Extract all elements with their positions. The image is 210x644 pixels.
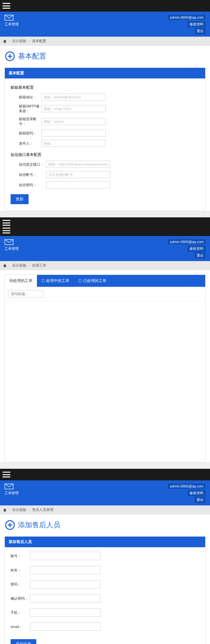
config-panel: 基本配置 邮箱基本配置 邮箱地址：邮箱SMTP服务器：邮箱登录帐号：邮箱密码：发… (4, 68, 206, 211)
form-label: email： (11, 624, 30, 629)
menu-icon[interactable] (3, 228, 10, 233)
user-email[interactable]: admin.6665@qq.com (168, 484, 206, 489)
form-input[interactable] (30, 608, 101, 617)
mail-icon (4, 15, 13, 21)
page-title: 基本配置 (18, 51, 46, 61)
breadcrumb-sep: › (29, 508, 30, 512)
logout-link[interactable]: 退出 (195, 497, 206, 503)
menu-icon[interactable] (3, 220, 10, 226)
form-input[interactable] (30, 580, 101, 588)
header: 工单管理 admin.6665@qq.com 修改资料 退出 (0, 12, 210, 37)
breadcrumb-sep: › (29, 39, 30, 43)
form-row: 手机： (11, 608, 199, 617)
breadcrumb-home[interactable]: 后台面板 (12, 263, 26, 267)
tab[interactable]: 待处理的工单 (5, 275, 37, 287)
header-right: admin.6665@qq.com 修改资料 退出 (168, 239, 206, 259)
header: 工单管理 admin.6665@qq.com 修改资料 退出 (0, 236, 210, 261)
form-row: 发件人： (11, 140, 199, 147)
profile-link[interactable]: 修改资料 (188, 21, 206, 27)
submit-button[interactable]: 提交信息 (11, 639, 36, 644)
header-right: admin.6665@qq.com 修改资料 退出 (168, 15, 206, 34)
tickets-panel: 待处理的工单☐处理中的工单☐已处理的工单 (4, 275, 206, 462)
plus-icon (5, 520, 15, 530)
breadcrumb-sep: › (29, 263, 30, 267)
tab[interactable]: ☐已处理的工单 (74, 275, 111, 287)
breadcrumb-current: 基本配置 (32, 39, 46, 43)
home-icon[interactable] (3, 40, 6, 43)
header-left: 工单管理 (4, 15, 19, 34)
document-icon: ☐ (78, 279, 82, 283)
update-button[interactable]: 更新 (11, 194, 29, 204)
form-input[interactable] (41, 118, 106, 125)
form-row: 确认密码： (11, 594, 199, 603)
form-label: 邮箱SMTP服务器： (11, 104, 41, 113)
form-input[interactable] (30, 622, 101, 631)
header-right: admin.6665@qq.com 修改资料 退出 (168, 484, 206, 503)
tickets-list-empty (5, 301, 205, 462)
logout-link[interactable]: 退出 (195, 28, 206, 34)
screen-add-staff: 工单管理 admin.6665@qq.com 修改资料 退出 › 后台面板 › … (0, 469, 210, 644)
form-label: 密码： (11, 582, 30, 587)
form-input[interactable] (41, 94, 106, 101)
tab-label: 待处理的工单 (9, 278, 32, 284)
tab[interactable]: ☐处理中的工单 (37, 275, 74, 287)
form-input[interactable] (46, 161, 110, 168)
menu-icon[interactable] (3, 3, 10, 9)
page-head: 添加售后人员 (0, 514, 210, 534)
form-input[interactable] (46, 181, 110, 188)
breadcrumb-home[interactable]: 后台面板 (12, 39, 26, 43)
app-title: 工单管理 (4, 491, 19, 495)
user-email[interactable]: admin.6665@qq.com (168, 15, 206, 20)
tab-label: 处理中的工单 (46, 278, 69, 284)
form-input[interactable] (41, 140, 106, 147)
form-input[interactable] (41, 105, 106, 112)
form-label: 邮箱密码： (11, 131, 41, 136)
app-title: 工单管理 (4, 22, 19, 27)
group-sms-title: 短信接口基本配置 (11, 152, 199, 158)
form-input[interactable] (30, 566, 101, 574)
breadcrumb-sep: › (9, 263, 10, 267)
staff-panel: 添加售后人员 账号：姓名：密码：确认密码：手机：email： 提交信息 (4, 536, 206, 644)
form-row: 邮箱地址： (11, 94, 199, 101)
profile-link[interactable]: 修改资料 (188, 490, 206, 496)
form-label: 邮箱登录帐号： (11, 117, 41, 126)
form-label: 姓名： (11, 568, 30, 573)
form-row: 短信密码： (11, 181, 199, 188)
form-row: 邮箱登录帐号： (11, 117, 199, 126)
form-label: 确认密码： (11, 596, 30, 601)
panel-header: 基本配置 (5, 68, 205, 78)
form-label: 邮箱地址： (11, 95, 41, 100)
breadcrumb: › 后台面板 › 售后人员管理 (0, 505, 210, 514)
group-email-title: 邮箱基本配置 (11, 85, 199, 90)
form-row: 姓名： (11, 566, 199, 574)
breadcrumb-home[interactable]: 后台面板 (12, 508, 26, 512)
form-input[interactable] (30, 552, 101, 560)
topbar (0, 217, 210, 236)
panel-body: 账号：姓名：密码：确认密码：手机：email： 提交信息 (5, 547, 205, 644)
search-input[interactable] (8, 290, 43, 298)
topbar (0, 0, 210, 12)
topbar (0, 469, 210, 480)
screen-tickets: 工单管理 admin.6665@qq.com 修改资料 退出 › 后台面板 › … (0, 217, 210, 462)
form-row: 短信提交接口： (11, 161, 199, 168)
menu-icon[interactable] (3, 472, 10, 477)
home-icon[interactable] (3, 264, 6, 267)
form-input[interactable] (46, 171, 110, 178)
plus-icon (5, 51, 15, 61)
form-input[interactable] (41, 130, 106, 137)
form-row: 短信帐号： (11, 171, 199, 178)
breadcrumb-sep: › (9, 39, 10, 43)
user-email[interactable]: admin.6665@qq.com (168, 239, 206, 244)
mail-icon (4, 484, 13, 489)
form-row: 邮箱密码： (11, 130, 199, 137)
form-row: 账号： (11, 552, 199, 560)
form-label: 发件人： (11, 141, 41, 146)
profile-link[interactable]: 修改资料 (188, 246, 206, 252)
home-icon[interactable] (3, 508, 6, 512)
panel-header: 添加售后人员 (5, 537, 205, 547)
form-input[interactable] (30, 594, 101, 603)
logout-link[interactable]: 退出 (195, 252, 206, 259)
form-label: 手机： (11, 610, 30, 615)
tabs: 待处理的工单☐处理中的工单☐已处理的工单 (5, 275, 205, 287)
mail-icon (4, 239, 13, 245)
